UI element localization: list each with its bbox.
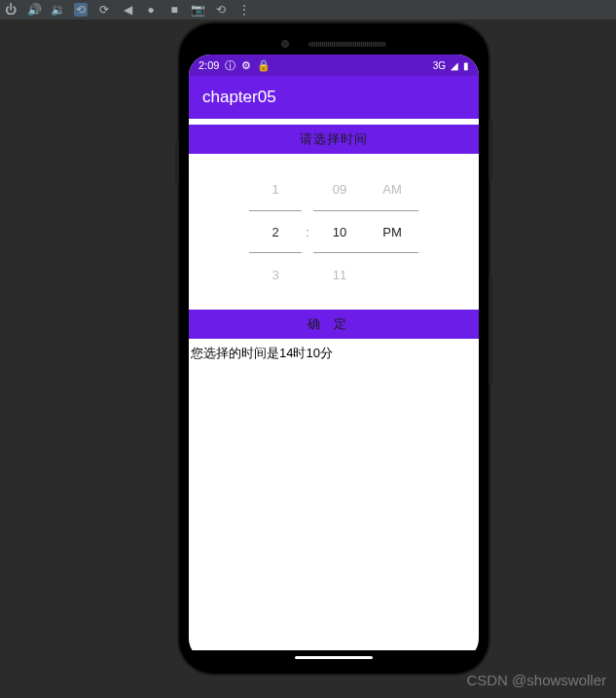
rotate-right-icon[interactable]: ⟳ xyxy=(97,3,111,17)
android-nav-bar[interactable] xyxy=(189,650,479,664)
power-icon[interactable]: ⏻ xyxy=(4,3,18,17)
phone-top-bezel xyxy=(189,33,479,55)
minute-next[interactable]: 11 xyxy=(313,253,366,296)
record-icon[interactable]: ● xyxy=(144,3,158,17)
speaker-grill-icon xyxy=(308,42,386,47)
hour-next[interactable]: 3 xyxy=(249,253,302,296)
ampm-next[interactable] xyxy=(366,253,418,296)
volume-up-icon[interactable]: 🔊 xyxy=(27,3,41,17)
confirm-label: 确定 xyxy=(308,315,360,333)
time-picker[interactable]: 1 2 3 : 09 10 11 AM PM xyxy=(189,154,479,310)
signal-icon: ◢ xyxy=(451,60,458,71)
app-bar: chapter05 xyxy=(189,76,479,119)
camera-icon[interactable]: 📷 xyxy=(191,3,204,17)
hour-prev[interactable]: 1 xyxy=(249,167,302,210)
status-info-icon: ⓘ xyxy=(225,58,236,73)
ampm-prev[interactable]: AM xyxy=(366,167,418,210)
status-lock-icon: 🔒 xyxy=(257,59,271,72)
stop-icon[interactable]: ■ xyxy=(167,3,181,17)
select-time-label: 请选择时间 xyxy=(300,130,368,148)
time-colon: : xyxy=(302,225,313,239)
result-text: 您选择的时间是14时10分 xyxy=(189,339,479,368)
minute-picker-column[interactable]: 09 10 11 xyxy=(313,167,366,296)
rewind-icon[interactable]: ⟲ xyxy=(214,3,228,17)
minute-selected[interactable]: 10 xyxy=(313,210,366,253)
network-label: 3G xyxy=(433,60,446,71)
volume-down-icon[interactable]: 🔉 xyxy=(51,3,64,17)
status-time: 2:09 xyxy=(199,59,219,71)
nav-pill-icon[interactable] xyxy=(295,656,373,659)
phone-side-button-right-2 xyxy=(489,276,492,384)
front-camera-icon xyxy=(281,40,289,48)
app-title: chapter05 xyxy=(202,88,276,107)
app-content: 请选择时间 1 2 3 : 09 10 11 AM PM xyxy=(189,119,479,660)
status-gear-icon: ⚙ xyxy=(241,59,251,72)
battery-icon: ▮ xyxy=(463,60,469,71)
more-icon[interactable]: ⋮ xyxy=(237,3,251,17)
watermark: CSDN @showswoller xyxy=(466,672,606,688)
phone-side-button-right-1 xyxy=(489,121,492,179)
minute-prev[interactable]: 09 xyxy=(313,167,366,210)
confirm-button[interactable]: 确定 xyxy=(189,310,479,339)
phone-side-button-left xyxy=(175,140,179,184)
hour-selected[interactable]: 2 xyxy=(249,210,302,253)
phone-emulator-frame: 2:09 ⓘ ⚙ 🔒 3G ◢ ▮ chapter05 请选择时间 xyxy=(179,23,489,674)
ampm-picker-column[interactable]: AM PM xyxy=(366,167,418,296)
back-icon[interactable]: ◀ xyxy=(121,3,134,17)
rotate-left-icon[interactable]: ⟲ xyxy=(74,3,88,17)
phone-screen: 2:09 ⓘ ⚙ 🔒 3G ◢ ▮ chapter05 请选择时间 xyxy=(189,55,479,660)
hour-picker-column[interactable]: 1 2 3 xyxy=(249,167,302,296)
select-time-button[interactable]: 请选择时间 xyxy=(189,125,479,154)
android-status-bar: 2:09 ⓘ ⚙ 🔒 3G ◢ ▮ xyxy=(189,55,479,76)
ide-toolbar: ⏻ 🔊 🔉 ⟲ ⟳ ◀ ● ■ 📷 ⟲ ⋮ xyxy=(0,0,616,19)
ampm-selected[interactable]: PM xyxy=(366,210,418,253)
